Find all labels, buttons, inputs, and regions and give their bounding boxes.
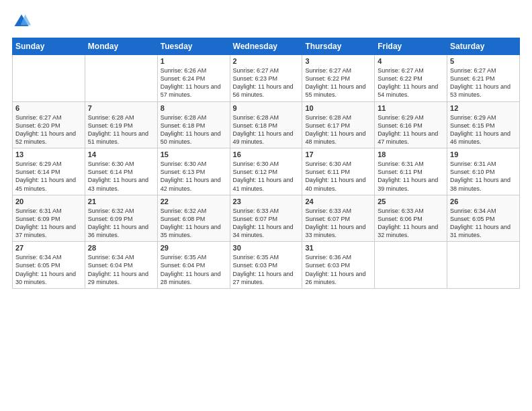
day-cell: 10Sunrise: 6:28 AMSunset: 6:17 PMDayligh… bbox=[302, 101, 375, 148]
day-number: 22 bbox=[161, 197, 227, 205]
day-number: 26 bbox=[450, 197, 517, 205]
day-cell: 21Sunrise: 6:32 AMSunset: 6:09 PMDayligh… bbox=[85, 195, 157, 242]
day-info: Sunrise: 6:31 AMSunset: 6:11 PMDaylight:… bbox=[378, 160, 444, 193]
day-info: Sunrise: 6:34 AMSunset: 6:05 PMDaylight:… bbox=[15, 253, 82, 286]
day-info: Sunrise: 6:33 AMSunset: 6:07 PMDaylight:… bbox=[305, 207, 371, 240]
calendar-header-row: SundayMondayTuesdayWednesdayThursdayFrid… bbox=[13, 38, 520, 55]
day-number: 10 bbox=[305, 104, 371, 112]
day-info: Sunrise: 6:27 AMSunset: 6:20 PMDaylight:… bbox=[15, 113, 82, 146]
day-info: Sunrise: 6:28 AMSunset: 6:17 PMDaylight:… bbox=[305, 113, 371, 146]
week-row-4: 20Sunrise: 6:31 AMSunset: 6:09 PMDayligh… bbox=[13, 195, 520, 242]
day-info: Sunrise: 6:30 AMSunset: 6:14 PMDaylight:… bbox=[88, 160, 154, 193]
day-cell: 11Sunrise: 6:29 AMSunset: 6:16 PMDayligh… bbox=[375, 101, 447, 148]
day-cell: 23Sunrise: 6:33 AMSunset: 6:07 PMDayligh… bbox=[230, 195, 302, 242]
day-info: Sunrise: 6:32 AMSunset: 6:09 PMDaylight:… bbox=[88, 207, 154, 240]
week-row-5: 27Sunrise: 6:34 AMSunset: 6:05 PMDayligh… bbox=[13, 242, 520, 289]
day-number: 25 bbox=[378, 197, 444, 205]
day-cell: 14Sunrise: 6:30 AMSunset: 6:14 PMDayligh… bbox=[85, 148, 157, 195]
day-number: 29 bbox=[161, 244, 227, 252]
day-cell: 6Sunrise: 6:27 AMSunset: 6:20 PMDaylight… bbox=[13, 101, 85, 148]
day-cell: 27Sunrise: 6:34 AMSunset: 6:05 PMDayligh… bbox=[13, 242, 85, 289]
day-info: Sunrise: 6:29 AMSunset: 6:15 PMDaylight:… bbox=[450, 113, 517, 146]
day-cell bbox=[375, 242, 447, 289]
day-number: 14 bbox=[88, 150, 154, 158]
day-cell: 24Sunrise: 6:33 AMSunset: 6:07 PMDayligh… bbox=[302, 195, 375, 242]
day-number: 31 bbox=[305, 244, 371, 252]
day-number: 13 bbox=[15, 150, 82, 158]
day-info: Sunrise: 6:26 AMSunset: 6:24 PMDaylight:… bbox=[161, 66, 227, 99]
day-info: Sunrise: 6:33 AMSunset: 6:07 PMDaylight:… bbox=[233, 207, 300, 240]
day-info: Sunrise: 6:27 AMSunset: 6:22 PMDaylight:… bbox=[305, 66, 371, 99]
day-cell: 2Sunrise: 6:27 AMSunset: 6:23 PMDaylight… bbox=[230, 55, 302, 102]
day-info: Sunrise: 6:35 AMSunset: 6:03 PMDaylight:… bbox=[233, 253, 300, 286]
day-cell: 22Sunrise: 6:32 AMSunset: 6:08 PMDayligh… bbox=[157, 195, 230, 242]
day-cell: 3Sunrise: 6:27 AMSunset: 6:22 PMDaylight… bbox=[302, 55, 375, 102]
day-cell: 9Sunrise: 6:28 AMSunset: 6:18 PMDaylight… bbox=[230, 101, 302, 148]
day-cell: 30Sunrise: 6:35 AMSunset: 6:03 PMDayligh… bbox=[230, 242, 302, 289]
day-number: 18 bbox=[378, 150, 444, 158]
day-cell: 31Sunrise: 6:36 AMSunset: 6:03 PMDayligh… bbox=[302, 242, 375, 289]
day-info: Sunrise: 6:30 AMSunset: 6:11 PMDaylight:… bbox=[305, 160, 371, 193]
day-number: 4 bbox=[378, 57, 444, 65]
week-row-2: 6Sunrise: 6:27 AMSunset: 6:20 PMDaylight… bbox=[13, 101, 520, 148]
day-info: Sunrise: 6:29 AMSunset: 6:14 PMDaylight:… bbox=[15, 160, 82, 193]
day-number: 9 bbox=[233, 104, 300, 112]
col-header-friday: Friday bbox=[375, 38, 447, 55]
col-header-saturday: Saturday bbox=[447, 38, 520, 55]
col-header-sunday: Sunday bbox=[13, 38, 85, 55]
day-cell: 20Sunrise: 6:31 AMSunset: 6:09 PMDayligh… bbox=[13, 195, 85, 242]
day-number: 6 bbox=[15, 104, 82, 112]
day-info: Sunrise: 6:32 AMSunset: 6:08 PMDaylight:… bbox=[161, 207, 227, 240]
day-cell: 25Sunrise: 6:33 AMSunset: 6:06 PMDayligh… bbox=[375, 195, 447, 242]
day-info: Sunrise: 6:33 AMSunset: 6:06 PMDaylight:… bbox=[378, 207, 444, 240]
day-cell: 12Sunrise: 6:29 AMSunset: 6:15 PMDayligh… bbox=[447, 101, 520, 148]
day-number: 27 bbox=[15, 244, 82, 252]
day-number: 8 bbox=[161, 104, 227, 112]
logo bbox=[12, 12, 32, 31]
col-header-monday: Monday bbox=[85, 38, 157, 55]
day-number: 5 bbox=[450, 57, 517, 65]
day-info: Sunrise: 6:31 AMSunset: 6:10 PMDaylight:… bbox=[450, 160, 517, 193]
day-number: 17 bbox=[305, 150, 371, 158]
day-number: 3 bbox=[305, 57, 371, 65]
day-number: 21 bbox=[88, 197, 154, 205]
logo-icon bbox=[12, 12, 31, 31]
day-info: Sunrise: 6:30 AMSunset: 6:12 PMDaylight:… bbox=[233, 160, 300, 193]
day-number: 16 bbox=[233, 150, 300, 158]
day-cell: 1Sunrise: 6:26 AMSunset: 6:24 PMDaylight… bbox=[157, 55, 230, 102]
day-cell: 19Sunrise: 6:31 AMSunset: 6:10 PMDayligh… bbox=[447, 148, 520, 195]
day-cell: 4Sunrise: 6:27 AMSunset: 6:22 PMDaylight… bbox=[375, 55, 447, 102]
day-number: 23 bbox=[233, 197, 300, 205]
week-row-3: 13Sunrise: 6:29 AMSunset: 6:14 PMDayligh… bbox=[13, 148, 520, 195]
day-number: 12 bbox=[450, 104, 517, 112]
day-cell: 13Sunrise: 6:29 AMSunset: 6:14 PMDayligh… bbox=[13, 148, 85, 195]
calendar-table: SundayMondayTuesdayWednesdayThursdayFrid… bbox=[12, 38, 520, 289]
calendar-body: 1Sunrise: 6:26 AMSunset: 6:24 PMDaylight… bbox=[13, 55, 520, 289]
col-header-thursday: Thursday bbox=[302, 38, 375, 55]
day-number: 15 bbox=[161, 150, 227, 158]
col-header-wednesday: Wednesday bbox=[230, 38, 302, 55]
day-number: 20 bbox=[15, 197, 82, 205]
day-info: Sunrise: 6:29 AMSunset: 6:16 PMDaylight:… bbox=[378, 113, 444, 146]
day-cell: 26Sunrise: 6:34 AMSunset: 6:05 PMDayligh… bbox=[447, 195, 520, 242]
day-cell: 8Sunrise: 6:28 AMSunset: 6:18 PMDaylight… bbox=[157, 101, 230, 148]
day-info: Sunrise: 6:28 AMSunset: 6:18 PMDaylight:… bbox=[161, 113, 227, 146]
day-cell: 16Sunrise: 6:30 AMSunset: 6:12 PMDayligh… bbox=[230, 148, 302, 195]
day-number: 7 bbox=[88, 104, 154, 112]
day-number: 1 bbox=[161, 57, 227, 65]
day-cell: 28Sunrise: 6:34 AMSunset: 6:04 PMDayligh… bbox=[85, 242, 157, 289]
day-info: Sunrise: 6:34 AMSunset: 6:05 PMDaylight:… bbox=[450, 207, 517, 240]
day-number: 11 bbox=[378, 104, 444, 112]
day-info: Sunrise: 6:27 AMSunset: 6:21 PMDaylight:… bbox=[450, 66, 517, 99]
week-row-1: 1Sunrise: 6:26 AMSunset: 6:24 PMDaylight… bbox=[13, 55, 520, 102]
day-number: 28 bbox=[88, 244, 154, 252]
day-cell bbox=[85, 55, 157, 102]
header bbox=[12, 12, 520, 31]
day-info: Sunrise: 6:28 AMSunset: 6:18 PMDaylight:… bbox=[233, 113, 300, 146]
day-cell: 18Sunrise: 6:31 AMSunset: 6:11 PMDayligh… bbox=[375, 148, 447, 195]
day-info: Sunrise: 6:31 AMSunset: 6:09 PMDaylight:… bbox=[15, 207, 82, 240]
day-info: Sunrise: 6:28 AMSunset: 6:19 PMDaylight:… bbox=[88, 113, 154, 146]
day-cell bbox=[447, 242, 520, 289]
day-info: Sunrise: 6:27 AMSunset: 6:22 PMDaylight:… bbox=[378, 66, 444, 99]
col-header-tuesday: Tuesday bbox=[157, 38, 230, 55]
